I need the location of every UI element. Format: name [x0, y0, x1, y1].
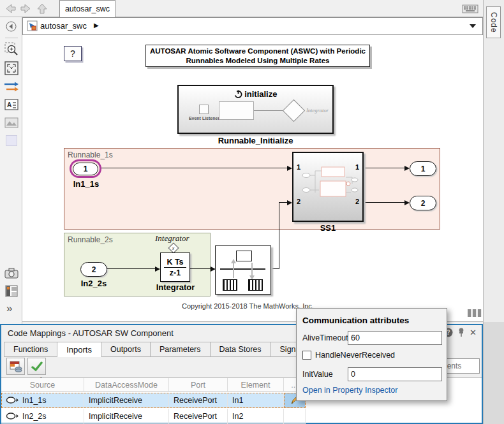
inport-in1-1s[interactable]: 1: [70, 159, 101, 178]
table-header: Source DataAccessMode Port Element ...: [1, 378, 306, 392]
tab-inports[interactable]: Inports: [57, 342, 101, 357]
init-value-input[interactable]: [348, 367, 442, 381]
wire-arrow: [287, 166, 292, 171]
panel-tabs: Functions Inports Outports Parameters Da…: [4, 342, 340, 357]
integrator-numerator: K Ts: [164, 258, 186, 268]
rate-transition-buffer: [236, 251, 252, 261]
model-data-editor-icon[interactable]: [5, 285, 18, 297]
wire-rt-up-2[interactable]: [279, 203, 279, 269]
integrator-block[interactable]: K Ts z-1: [160, 252, 190, 282]
runnable-1s-area[interactable]: [64, 148, 440, 230]
fit-to-view-icon[interactable]: [4, 61, 19, 75]
initialize-inner-block[interactable]: [219, 101, 254, 120]
ss1-subsystem[interactable]: 1 2 1 2: [292, 152, 364, 222]
expand-sidebar-icon[interactable]: »: [6, 302, 12, 315]
communication-attributes-popup: Communication attributes AliveTimeout Ha…: [296, 308, 447, 401]
col-source[interactable]: Source: [1, 378, 84, 392]
breadcrumb[interactable]: autosar_swc: [40, 21, 87, 31]
svg-text:A: A: [7, 101, 11, 108]
integrator-annotation: Integrator: [155, 233, 189, 244]
alive-timeout-label: AliveTimeout: [302, 333, 348, 342]
wire-rt-ss1[interactable]: [279, 202, 287, 203]
inport-icon: [6, 397, 19, 404]
col-port[interactable]: Port: [169, 378, 228, 392]
edit-attributes-cell[interactable]: [284, 409, 306, 424]
wire-in2-integrator[interactable]: [107, 268, 155, 269]
up-icon[interactable]: [37, 3, 47, 14]
rate-transition-block[interactable]: [215, 245, 271, 295]
breadcrumb-bar: [22, 17, 483, 35]
wire-arrow: [404, 166, 410, 171]
model-title-annotation[interactable]: AUTOSAR Atomic Software Component (ASWC)…: [145, 45, 370, 67]
model-file-icon: [27, 20, 38, 31]
runnable-initialize-label: Runnable_Initialize: [177, 136, 334, 145]
signal-arrows-icon[interactable]: [4, 82, 19, 92]
runnable-1s-area-label: Runnable_1s: [68, 150, 113, 159]
title-line2: Runnables Modeled Using Multiple Rates: [186, 56, 330, 66]
right-dock-strip-lower: [484, 322, 504, 424]
init-value-label: InitValue: [302, 370, 333, 379]
ss1-preview-diagram: [293, 153, 362, 221]
update-code-mappings-button[interactable]: [6, 358, 25, 375]
runnable-initialize-block[interactable]: initialize Event Listener Integrator: [177, 85, 334, 134]
initialize-event-label: initialize: [179, 89, 332, 99]
breadcrumb-dropdown-icon[interactable]: [470, 24, 476, 28]
popup-title: Communication attributes: [302, 316, 409, 325]
viewmark-icon[interactable]: [6, 135, 17, 146]
alive-timeout-input[interactable]: [348, 331, 442, 345]
table-row-in2-2s[interactable]: In2_2s ImplicitReceive ReceivePort In2: [1, 409, 306, 424]
sidebar-divider: [5, 38, 18, 38]
help-block[interactable]: ?: [64, 46, 82, 61]
refresh-table-icon: [10, 361, 22, 372]
outport-1[interactable]: 1: [410, 161, 436, 176]
wire-arrow: [155, 267, 160, 272]
canvas-resize-grip[interactable]: [468, 309, 482, 317]
integrator-label: Integrator: [153, 282, 198, 292]
power-icon: [234, 90, 242, 98]
handle-never-received-label: HandleNeverReceived: [315, 351, 395, 360]
zoom-region-icon[interactable]: [4, 42, 19, 56]
validate-button[interactable]: [27, 358, 46, 375]
wire-ss1-out2[interactable]: [365, 202, 404, 203]
inport-icon: [6, 413, 19, 420]
back-icon[interactable]: [4, 4, 16, 13]
pin-icon[interactable]: [458, 328, 464, 337]
tab-parameters[interactable]: Parameters: [151, 342, 211, 357]
col-element[interactable]: Element: [228, 378, 284, 392]
forward-icon[interactable]: [20, 4, 32, 13]
close-icon[interactable]: ✕: [470, 328, 477, 337]
keyboard-icon[interactable]: [462, 4, 478, 13]
open-property-inspector-link[interactable]: Open in Property Inspector: [302, 386, 397, 395]
inport-in2-2s-label: In2_2s: [73, 279, 115, 288]
green-check-icon: [31, 362, 43, 372]
tab-outports[interactable]: Outports: [101, 342, 151, 357]
col-dataaccessmode[interactable]: DataAccessMode: [84, 378, 169, 392]
outport-2[interactable]: 2: [410, 196, 436, 210]
state-writer-diamond[interactable]: [283, 99, 305, 122]
ss1-label: SS1: [292, 223, 364, 233]
wire-integrator-rt[interactable]: [190, 268, 211, 269]
event-listener-block[interactable]: [199, 105, 209, 114]
title-line1: AUTOSAR Atomic Software Component (ASWC)…: [150, 47, 366, 56]
wire-ss1-out1[interactable]: [365, 168, 404, 168]
model-tab-autosar-swc[interactable]: autosar_swc: [59, 0, 115, 17]
rt-up-line: [233, 263, 234, 278]
camera-icon[interactable]: [4, 268, 19, 279]
simulink-window: autosar_swc Code autosar_swc ▶ A: [0, 0, 504, 424]
wire-in1-ss1[interactable]: [101, 168, 287, 168]
inport-in1-1s-label: In1_1s: [65, 179, 107, 189]
breadcrumb-caret-icon[interactable]: ▶: [94, 22, 99, 29]
image-icon[interactable]: [4, 117, 19, 128]
code-perspective-tab[interactable]: Code: [486, 6, 501, 38]
tab-data-stores[interactable]: Data Stores: [211, 342, 271, 357]
hide-explorer-icon[interactable]: [6, 21, 17, 32]
annotation-icon[interactable]: A: [4, 99, 19, 110]
table-row-in1-1s[interactable]: In1_1s ImplicitReceive ReceivePort In1: [1, 393, 306, 408]
wire-arrow: [404, 200, 410, 205]
diamond-label: Integrator: [306, 107, 329, 113]
integrator-denominator: z-1: [170, 268, 181, 277]
runnable-2s-area-label: Runnable_2s: [68, 235, 113, 244]
handle-never-received-checkbox[interactable]: [302, 351, 311, 360]
tab-functions[interactable]: Functions: [4, 342, 57, 357]
inport-in2-2s[interactable]: 2: [80, 262, 107, 277]
